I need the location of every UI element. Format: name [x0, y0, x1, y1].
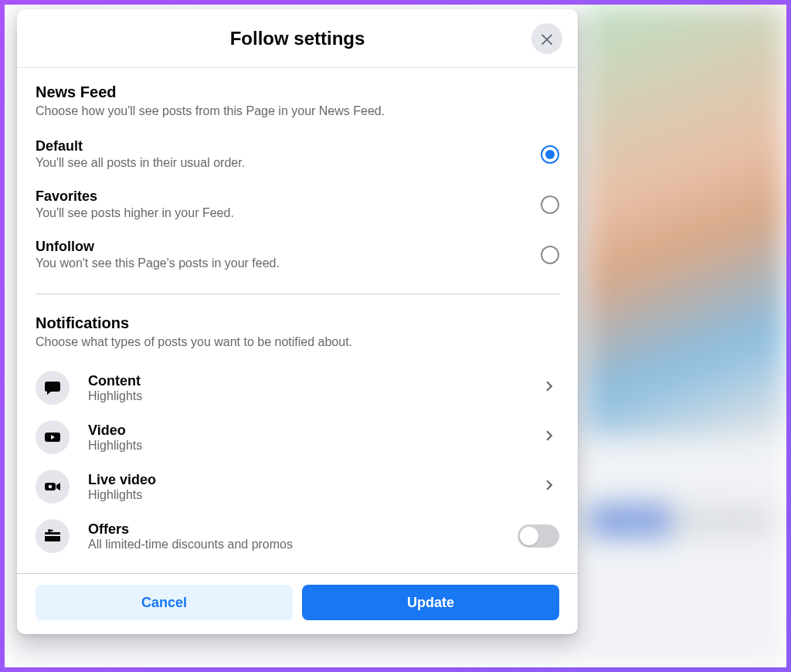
notifications-title: Notifications [36, 314, 559, 332]
modal-header: Follow settings [17, 9, 578, 68]
radio-option-unfollow[interactable]: Unfollow You won't see this Page's posts… [36, 232, 559, 283]
radio-title: Default [36, 138, 245, 154]
radio-indicator [541, 195, 559, 214]
notification-title: Live video [88, 472, 539, 488]
notifications-section: Notifications Choose what types of posts… [36, 299, 559, 567]
radio-option-favorites[interactable]: Favorites You'll see posts higher in you… [36, 182, 559, 232]
close-icon [538, 30, 555, 47]
section-divider [36, 294, 559, 294]
radio-title: Unfollow [36, 239, 280, 255]
modal-footer: Cancel Update [17, 573, 578, 620]
chevron-right-icon [539, 475, 559, 498]
check-icon [685, 514, 698, 527]
notification-desc: All limited-time discounts and promos [88, 538, 518, 552]
following-button[interactable]: Following [671, 505, 779, 536]
radio-desc: You'll see posts higher in your Feed. [36, 206, 234, 220]
radio-indicator [541, 145, 559, 164]
notification-title: Offers [88, 521, 518, 538]
radio-option-default[interactable]: Default You'll see all posts in their us… [36, 132, 559, 182]
news-feed-section: News Feed Choose how you'll see posts fr… [36, 68, 559, 289]
following-button-label: Following [704, 513, 765, 528]
update-button[interactable]: Update [302, 585, 559, 620]
notification-desc: Highlights [88, 439, 539, 453]
offers-icon [36, 519, 70, 553]
chevron-right-icon [539, 376, 559, 399]
content-icon [36, 371, 70, 405]
live-video-icon [36, 470, 70, 504]
notifications-desc: Choose what types of posts you want to b… [36, 335, 559, 349]
radio-desc: You won't see this Page's posts in your … [36, 256, 280, 270]
radio-desc: You'll see all posts in their usual orde… [36, 156, 245, 170]
offers-toggle[interactable] [518, 524, 559, 548]
close-button[interactable] [531, 23, 562, 54]
news-feed-desc: Choose how you'll see posts from this Pa… [36, 104, 559, 118]
cancel-button[interactable]: Cancel [36, 585, 293, 620]
notification-row-content[interactable]: Content Highlights [36, 363, 559, 412]
modal-title: Follow settings [230, 28, 365, 49]
follow-settings-modal: Follow settings News Feed Choose how you… [17, 9, 578, 634]
video-icon [36, 420, 70, 454]
notification-desc: Highlights [88, 389, 539, 403]
svg-point-3 [48, 529, 51, 532]
chevron-right-icon [539, 426, 559, 449]
news-feed-title: News Feed [36, 83, 559, 101]
notification-title: Video [88, 423, 539, 439]
notification-row-live-video[interactable]: Live video Highlights [36, 462, 559, 511]
radio-title: Favorites [36, 188, 234, 205]
notification-row-video[interactable]: Video Highlights [36, 412, 559, 462]
notification-row-offers[interactable]: Offers All limited-time discounts and pr… [36, 511, 559, 561]
notification-title: Content [88, 373, 539, 389]
radio-indicator [541, 246, 559, 264]
notification-desc: Highlights [88, 488, 539, 502]
svg-point-2 [49, 485, 53, 489]
